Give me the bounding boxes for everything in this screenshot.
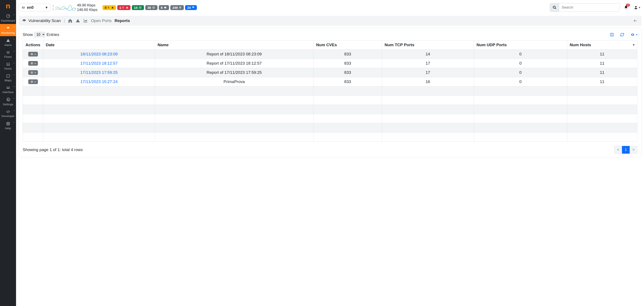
col-date[interactable]: Date — [43, 40, 155, 50]
table-row: ▾17/11/2023 15:27:24PrimaProva83316011 — [23, 77, 637, 86]
status-badge[interactable]: 249 — [170, 5, 184, 10]
sidebar-item-help[interactable]: ▸ Help — [0, 120, 16, 132]
sidebar-item-label: Monitoring — [0, 31, 16, 34]
search-button[interactable] — [550, 4, 559, 12]
col-name[interactable]: Name — [155, 40, 314, 50]
col-tcp[interactable]: Num TCP Ports — [382, 40, 474, 50]
sidebar-item-developer[interactable]: ▸ Developer — [0, 108, 16, 120]
page-size-select[interactable]: 10 — [34, 32, 45, 37]
sidebar-item-dashboard[interactable]: ▸ Dashboard — [0, 12, 16, 24]
sidebar-item-monitoring[interactable]: ▸ Monitoring — [0, 24, 16, 36]
col-udp[interactable]: Num UDP Ports — [474, 40, 567, 50]
radar-icon — [0, 26, 16, 30]
notifications-button[interactable]: 3 — [622, 5, 630, 10]
map-icon — [0, 74, 16, 78]
home-icon[interactable] — [68, 18, 72, 23]
interface-selector[interactable]: en0 ▾ — [18, 4, 50, 11]
row-actions-button[interactable]: ▾ — [28, 80, 38, 84]
chevron-right-icon: ▸ — [14, 62, 15, 64]
status-badge[interactable]: 38 — [145, 5, 158, 10]
radar-icon — [22, 18, 26, 23]
chevron-right-icon: ▸ — [14, 86, 15, 88]
caret-down-icon: ▾ — [639, 6, 640, 9]
breadcrumb: Vulnerability Scan | Open Ports Reports — [18, 16, 642, 26]
search-input[interactable] — [559, 4, 620, 12]
svg-point-1 — [8, 28, 8, 29]
code-icon — [0, 110, 16, 114]
num-tcp: 17 — [382, 68, 474, 77]
pager-next[interactable]: > — [630, 146, 637, 154]
status-badge[interactable]: 14 — [132, 5, 144, 10]
sidebar-item-label: Hosts — [0, 67, 16, 70]
row-actions-button[interactable]: ▾ — [28, 70, 38, 75]
notification-badge: 3 — [626, 4, 630, 7]
status-badge[interactable]: 1 — [117, 5, 130, 10]
reports-table: Actions Date Name Num CVEs Num TCP Ports… — [23, 40, 637, 142]
row-actions-button[interactable]: ▾ — [28, 61, 38, 66]
report-date-link[interactable]: 17/11/2023 17:59:25 — [80, 70, 118, 75]
chevron-right-icon: ▸ — [14, 97, 15, 99]
refresh-button[interactable] — [620, 32, 624, 37]
logo[interactable]: n — [0, 0, 16, 12]
report-date-link[interactable]: 18/11/2023 08:23:09 — [80, 52, 118, 56]
chart-icon[interactable] — [83, 18, 88, 23]
interface-label: en0 — [27, 5, 34, 10]
status-badge[interactable]: 8 — [159, 5, 169, 10]
report-date-link[interactable]: 17/11/2023 15:27:24 — [80, 80, 118, 84]
num-udp: 0 — [474, 50, 567, 59]
table-row-empty — [23, 86, 637, 96]
columns-button[interactable] — [610, 32, 614, 37]
chevron-right-icon: ▸ — [14, 50, 15, 52]
sidebar-item-label: Flows — [0, 55, 16, 58]
show-label: Show — [23, 32, 33, 37]
table-row: ▾18/11/2023 08:23:09Report of 18/11/2023… — [23, 50, 637, 59]
sidebar-item-label: Dashboard — [0, 19, 16, 22]
main: en0 ▾ ↑↓ 49.90 Kbps 146.60 Kbps 81143882… — [16, 0, 644, 306]
chevron-right-icon: ▸ — [14, 14, 15, 16]
svg-point-5 — [7, 123, 9, 124]
sidebar-item-hosts[interactable]: ▸ Hosts — [0, 60, 16, 72]
status-badge[interactable]: 8 — [102, 5, 116, 10]
row-actions-button[interactable]: ▾ — [28, 52, 38, 56]
tab-open-ports[interactable]: Open Ports — [91, 18, 112, 23]
throughput-widget: ↑↓ 49.90 Kbps 146.60 Kbps — [52, 3, 97, 12]
user-menu[interactable]: ▾ — [632, 5, 642, 10]
report-date-link[interactable]: 17/11/2023 18:12:57 — [80, 61, 118, 66]
svg-point-11 — [635, 6, 637, 8]
search-box — [550, 3, 620, 12]
table-row-empty — [23, 105, 637, 114]
table-row: ▾17/11/2023 17:59:25Report of 17/11/2023… — [23, 68, 637, 77]
status-badge[interactable]: 24 — [185, 5, 197, 10]
pager: < 1 > — [614, 146, 637, 154]
num-udp: 0 — [474, 59, 567, 68]
throughput-up: 49.90 Kbps — [77, 3, 97, 8]
sidebar-item-alerts[interactable]: ▸ Alerts — [0, 36, 16, 48]
chevron-right-icon: ▸ — [14, 74, 15, 76]
visibility-button[interactable]: ▾ — [630, 33, 637, 36]
sidebar-item-maps[interactable]: ▸ Maps — [0, 72, 16, 84]
warning-icon[interactable] — [76, 18, 80, 23]
caret-down-icon: ▾ — [46, 5, 48, 10]
sidebar-item-interface[interactable]: ▸ Interface — [0, 84, 16, 96]
col-hosts[interactable]: Num Hosts ▼ — [567, 40, 637, 50]
svg-rect-7 — [139, 7, 141, 8]
pager-prev[interactable]: < — [614, 146, 622, 154]
table-row-empty — [23, 132, 637, 142]
report-name: Report of 18/11/2023 08:23:09 — [155, 50, 314, 59]
pager-page-1[interactable]: 1 — [622, 146, 630, 154]
col-actions[interactable]: Actions — [23, 40, 43, 50]
col-cves[interactable]: Num CVEs — [314, 40, 382, 50]
tab-reports[interactable]: Reports — [114, 18, 130, 23]
entries-label: Entries — [47, 32, 59, 37]
svg-rect-8 — [153, 7, 154, 8]
chevron-right-icon: ▸ — [14, 109, 15, 112]
report-name: Report of 17/11/2023 17:59:25 — [155, 68, 314, 77]
report-name: Report of 17/11/2023 18:12:57 — [155, 59, 314, 68]
back-button[interactable] — [633, 18, 638, 23]
svg-rect-2 — [7, 63, 10, 65]
num-cves: 833 — [314, 59, 382, 68]
chevron-right-icon: ▸ — [14, 121, 15, 123]
table-row: ▾17/11/2023 18:12:57Report of 17/11/2023… — [23, 59, 637, 68]
sidebar-item-settings[interactable]: ▸ Settings — [0, 96, 16, 108]
sidebar-item-flows[interactable]: ▸ Flows — [0, 48, 16, 60]
